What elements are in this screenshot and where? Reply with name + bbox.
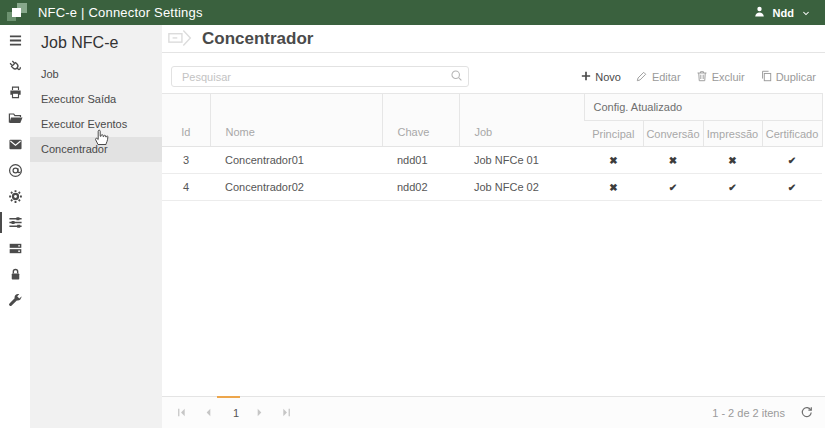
check-icon: ✔ xyxy=(703,174,762,201)
column-group-config-atualizado: Config. Atualizado xyxy=(584,94,822,121)
x-icon: ✖ xyxy=(703,147,762,174)
sidebar-item-executor-eventos[interactable]: Executor Eventos xyxy=(30,112,162,137)
column-header-impressao: Impressão xyxy=(703,121,762,147)
page-title: Concentrador xyxy=(202,29,313,49)
plus-icon xyxy=(581,71,591,83)
server-icon[interactable] xyxy=(0,240,30,257)
cell: Concentrador02 xyxy=(210,174,382,201)
cell: 3 xyxy=(162,147,210,174)
page-number[interactable]: 1 xyxy=(233,407,239,419)
cell: ndd02 xyxy=(382,174,459,201)
sidebar-item-concentrador[interactable]: Concentrador xyxy=(30,137,162,162)
sidebar: Job NFC-e JobExecutor SaídaExecutor Even… xyxy=(30,25,162,428)
check-icon: ✔ xyxy=(762,147,822,174)
menu-icon[interactable] xyxy=(0,32,30,49)
table-row[interactable]: 3Concentrador01ndd01Job NFCe 01✖✖✖✔ xyxy=(162,147,822,174)
cell: 4 xyxy=(162,174,210,201)
toolbar: Novo Editar Excluir Duplicar xyxy=(171,66,816,87)
last-page-icon[interactable] xyxy=(279,406,293,420)
novo-button[interactable]: Novo xyxy=(581,71,621,83)
check-icon: ✔ xyxy=(643,174,703,201)
mail-icon[interactable] xyxy=(0,136,30,153)
folder-icon[interactable] xyxy=(0,110,30,127)
cell: Concentrador01 xyxy=(210,147,382,174)
content-spacer xyxy=(162,201,825,396)
toolbar-actions: Novo Editar Excluir Duplicar xyxy=(581,70,816,84)
wrench-icon[interactable] xyxy=(0,292,30,309)
gear-icon[interactable] xyxy=(0,188,30,205)
plug-icon[interactable] xyxy=(0,58,30,75)
main-panel: Concentrador Novo Editar xyxy=(162,25,825,428)
page-header: Concentrador xyxy=(162,25,825,53)
refresh-icon[interactable] xyxy=(800,406,813,419)
concentrador-box-icon xyxy=(167,27,195,51)
app-logo-icon xyxy=(5,2,31,23)
cell: Job NFCe 02 xyxy=(459,174,584,201)
column-header-conversao: Conversão xyxy=(643,121,703,147)
user-icon xyxy=(753,4,766,22)
column-header-principal: Principal xyxy=(584,121,643,147)
data-grid: Id Nome Chave Job Config. Atualizado Pri… xyxy=(162,93,823,201)
current-page-indicator xyxy=(217,396,240,398)
first-page-icon[interactable] xyxy=(174,406,188,420)
sidebar-item-job[interactable]: Job xyxy=(30,62,162,87)
cell: Job NFCe 01 xyxy=(459,147,584,174)
table-row[interactable]: 4Concentrador02ndd02Job NFCe 02✖✔✔✔ xyxy=(162,174,822,201)
check-icon: ✔ xyxy=(762,174,822,201)
duplicar-button[interactable]: Duplicar xyxy=(760,70,816,84)
next-page-icon[interactable] xyxy=(252,406,266,420)
column-header-id: Id xyxy=(162,94,210,147)
cell: ndd01 xyxy=(382,147,459,174)
excluir-button[interactable]: Excluir xyxy=(696,70,745,84)
search-icon xyxy=(450,68,463,86)
at-icon[interactable] xyxy=(0,162,30,179)
x-icon: ✖ xyxy=(584,147,643,174)
search-input[interactable] xyxy=(180,70,450,84)
pager-info: 1 - 2 de 2 itens xyxy=(712,407,785,419)
prev-page-icon[interactable] xyxy=(201,406,215,420)
top-bar: NFC-e | Connector Settings Ndd xyxy=(0,0,825,25)
sidebar-title: Job NFC-e xyxy=(30,25,162,62)
user-name: Ndd xyxy=(773,7,794,19)
lock-icon[interactable] xyxy=(0,266,30,283)
search-box[interactable] xyxy=(171,66,469,87)
sliders-icon[interactable] xyxy=(0,214,30,231)
column-header-chave: Chave xyxy=(382,94,459,147)
printer-icon[interactable] xyxy=(0,84,30,101)
x-icon: ✖ xyxy=(584,174,643,201)
column-header-job: Job xyxy=(459,94,584,147)
icon-rail xyxy=(0,25,30,428)
edit-icon xyxy=(636,70,648,84)
x-icon: ✖ xyxy=(643,147,703,174)
app-title: NFC-e | Connector Settings xyxy=(38,5,203,20)
sidebar-item-executor-sa-da[interactable]: Executor Saída xyxy=(30,87,162,112)
chevron-down-icon xyxy=(801,4,811,22)
editar-button[interactable]: Editar xyxy=(636,70,681,84)
pager: 1 1 - 2 de 2 itens xyxy=(162,396,825,428)
copy-icon xyxy=(760,70,772,84)
user-menu[interactable]: Ndd xyxy=(753,4,811,22)
column-header-nome: Nome xyxy=(210,94,382,147)
column-header-certificado: Certificado xyxy=(762,121,822,147)
app-window: NFC-e | Connector Settings Ndd Job NFC-e… xyxy=(0,0,825,428)
trash-icon xyxy=(696,70,708,84)
